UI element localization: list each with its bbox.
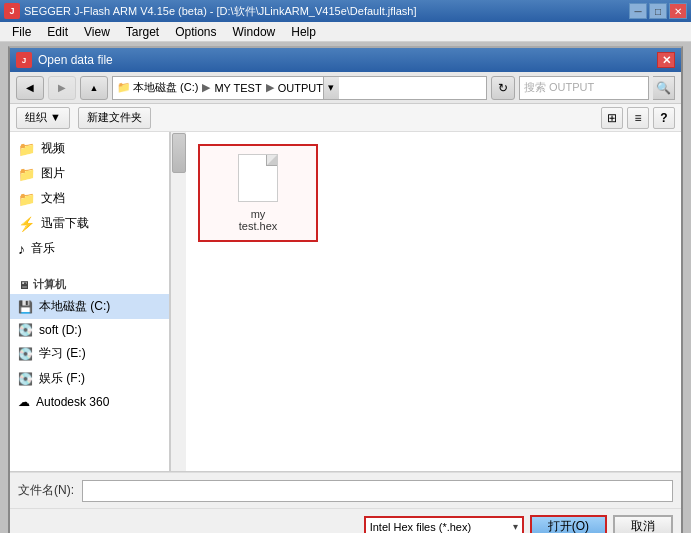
view-mode-button[interactable]: ⊞ — [601, 107, 623, 129]
maximize-button[interactable]: □ — [649, 3, 667, 19]
cloud-icon: ☁ — [18, 395, 30, 409]
sidebar-item-label: 视频 — [41, 140, 65, 157]
drive-icon: 💽 — [18, 347, 33, 361]
dialog-icon: J — [16, 52, 32, 68]
drive-icon: 💽 — [18, 372, 33, 386]
sidebar-item-label: 图片 — [41, 165, 65, 182]
sidebar-item-label: 学习 (E:) — [39, 345, 86, 362]
filetype-dropdown-arrow: ▾ — [513, 521, 518, 532]
title-bar-buttons: ─ □ ✕ — [629, 3, 687, 19]
title-bar: J SEGGER J-Flash ARM V4.15e (beta) - [D:… — [0, 0, 691, 22]
file-item-container: my test.hex — [194, 140, 322, 246]
computer-section-header: 🖥 计算机 — [10, 271, 169, 294]
sidebar-item-autodesk[interactable]: ☁ Autodesk 360 — [10, 391, 169, 413]
path-separator: ▶ — [202, 81, 210, 94]
sidebar-item-label: soft (D:) — [39, 323, 82, 337]
path-separator-2: ▶ — [266, 81, 274, 94]
breadcrumb: 本地磁盘 (C:) — [133, 80, 198, 95]
filetype-label: Intel Hex files (*.hex) — [370, 521, 471, 533]
menu-file[interactable]: File — [4, 22, 39, 41]
path-icon: 📁 — [117, 81, 131, 94]
close-button[interactable]: ✕ — [669, 3, 687, 19]
drive-icon: 💽 — [18, 323, 33, 337]
main-area: 📁 视频 📁 图片 📁 文档 ⚡ 迅雷下载 ♪ 音乐 🖥 — [10, 132, 681, 472]
computer-icon: 🖥 — [18, 279, 29, 291]
sidebar-item-documents[interactable]: 📁 文档 — [10, 186, 169, 211]
sidebar-item-f-drive[interactable]: 💽 娱乐 (F:) — [10, 366, 169, 391]
sidebar-item-downloads[interactable]: ⚡ 迅雷下载 — [10, 211, 169, 236]
menu-view[interactable]: View — [76, 22, 118, 41]
new-folder-button[interactable]: 新建文件夹 — [78, 107, 151, 129]
filename-label: 文件名(N): — [18, 482, 74, 499]
menu-help[interactable]: Help — [283, 22, 324, 41]
filename-input[interactable] — [82, 480, 673, 502]
menu-window[interactable]: Window — [225, 22, 284, 41]
forward-button[interactable]: ▶ — [48, 76, 76, 100]
breadcrumb-3: OUTPUT — [278, 82, 323, 94]
breadcrumb-2: MY TEST — [214, 82, 261, 94]
app-icon: J — [4, 3, 20, 19]
dialog-close-button[interactable]: ✕ — [657, 52, 675, 68]
sidebar-item-d-drive[interactable]: 💽 soft (D:) — [10, 319, 169, 341]
sidebar-item-e-drive[interactable]: 💽 学习 (E:) — [10, 341, 169, 366]
sidebar-item-video[interactable]: 📁 视频 — [10, 136, 169, 161]
sidebar-item-c-drive[interactable]: 💾 本地磁盘 (C:) — [10, 294, 169, 319]
path-segment: 📁 本地磁盘 (C:) ▶ MY TEST ▶ OUTPUT — [117, 80, 323, 95]
sidebar: 📁 视频 📁 图片 📁 文档 ⚡ 迅雷下载 ♪ 音乐 🖥 — [10, 132, 170, 471]
sidebar-item-music[interactable]: ♪ 音乐 — [10, 236, 169, 261]
file-icon — [238, 154, 278, 202]
menu-bar: File Edit View Target Options Window Hel… — [0, 22, 691, 42]
filetype-select[interactable]: Intel Hex files (*.hex) ▾ — [364, 516, 524, 534]
file-item[interactable]: my test.hex — [198, 144, 318, 242]
help-button[interactable]: ? — [653, 107, 675, 129]
cancel-button[interactable]: 取消 — [613, 515, 673, 534]
refresh-button[interactable]: ↻ — [491, 76, 515, 100]
view-list-button[interactable]: ≡ — [627, 107, 649, 129]
view-controls: ⊞ ≡ ? — [601, 107, 675, 129]
scrollbar-thumb[interactable] — [172, 133, 186, 173]
open-file-dialog: J Open data file ✕ ◀ ▶ ▲ 📁 本地磁盘 (C:) ▶ M… — [8, 46, 683, 533]
folder-icon: ⚡ — [18, 216, 35, 232]
search-placeholder: 搜索 OUTPUT — [524, 80, 594, 95]
folder-icon: 📁 — [18, 166, 35, 182]
file-area[interactable]: my test.hex — [186, 132, 681, 471]
menu-target[interactable]: Target — [118, 22, 167, 41]
menu-edit[interactable]: Edit — [39, 22, 76, 41]
up-button[interactable]: ▲ — [80, 76, 108, 100]
sidebar-item-label: 文档 — [41, 190, 65, 207]
search-button[interactable]: 🔍 — [653, 76, 675, 100]
minimize-button[interactable]: ─ — [629, 3, 647, 19]
action-bar: Intel Hex files (*.hex) ▾ 打开(O) 取消 — [10, 508, 681, 533]
computer-label: 计算机 — [33, 277, 66, 292]
open-button[interactable]: 打开(O) — [530, 515, 607, 534]
file-name: my test.hex — [239, 208, 278, 232]
organize-button[interactable]: 组织 ▼ — [16, 107, 70, 129]
filename-bar: 文件名(N): — [10, 472, 681, 508]
file-fold — [267, 155, 277, 165]
address-dropdown[interactable]: ▾ — [323, 77, 339, 99]
folder-icon: 📁 — [18, 141, 35, 157]
sidebar-item-label: 音乐 — [31, 240, 55, 257]
address-path[interactable]: 📁 本地磁盘 (C:) ▶ MY TEST ▶ OUTPUT ▾ — [112, 76, 487, 100]
sidebar-item-label: 娱乐 (F:) — [39, 370, 85, 387]
dialog-toolbar: 组织 ▼ 新建文件夹 ⊞ ≡ ? — [10, 104, 681, 132]
dialog-title-text: Open data file — [38, 53, 113, 67]
menu-options[interactable]: Options — [167, 22, 224, 41]
music-icon: ♪ — [18, 241, 25, 257]
sidebar-scrollbar[interactable] — [170, 132, 186, 471]
folder-icon: 📁 — [18, 191, 35, 207]
address-bar: ◀ ▶ ▲ 📁 本地磁盘 (C:) ▶ MY TEST ▶ OUTPUT ▾ ↻… — [10, 72, 681, 104]
back-button[interactable]: ◀ — [16, 76, 44, 100]
title-bar-text: SEGGER J-Flash ARM V4.15e (beta) - [D:\软… — [24, 4, 629, 19]
sidebar-item-label: 迅雷下载 — [41, 215, 89, 232]
dialog-title-bar: J Open data file ✕ — [10, 48, 681, 72]
drive-icon: 💾 — [18, 300, 33, 314]
search-box: 搜索 OUTPUT — [519, 76, 649, 100]
sidebar-item-label: 本地磁盘 (C:) — [39, 298, 110, 315]
sidebar-item-pictures[interactable]: 📁 图片 — [10, 161, 169, 186]
sidebar-item-label: Autodesk 360 — [36, 395, 109, 409]
